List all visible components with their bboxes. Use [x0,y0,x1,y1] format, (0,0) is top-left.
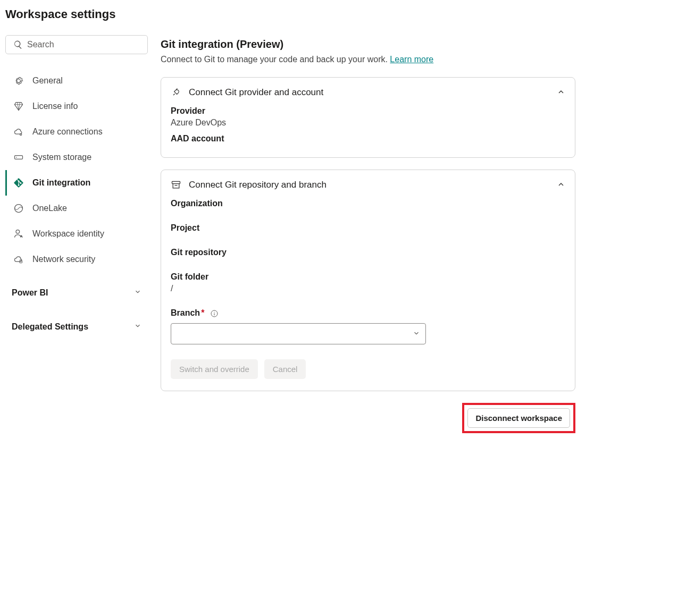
page-title: Workspace settings [5,7,681,21]
branch-label: Branch* [171,308,565,318]
folder-label: Git folder [171,272,565,282]
sidebar-item-identity[interactable]: Workspace identity [5,221,148,247]
disconnect-workspace-button[interactable]: Disconnect workspace [467,408,570,428]
cancel-button: Cancel [264,359,306,379]
account-label: AAD account [171,134,565,144]
sidebar-item-onelake[interactable]: OneLake [5,196,148,221]
main-title: Git integration (Preview) [161,38,575,50]
sidebar-item-label: Azure connections [32,127,103,137]
plug-icon [171,87,181,98]
svg-point-0 [20,133,22,135]
sidebar: General License info Azure connections S… [5,35,148,433]
sidebar-item-label: Git integration [32,178,90,188]
provider-value: Azure DevOps [171,118,565,128]
card-git-provider: Connect Git provider and account Provide… [161,77,575,158]
cloud-lock-icon [13,254,24,265]
chevron-down-icon [134,288,141,298]
chevron-up-icon [557,180,565,190]
repository-label: Git repository [171,248,565,257]
card-header[interactable]: Connect Git provider and account [171,87,565,98]
nav-list: General License info Azure connections S… [5,68,148,272]
sidebar-item-storage[interactable]: System storage [5,145,148,170]
card-git-repo: Connect Git repository and branch Organi… [161,170,575,391]
svg-point-2 [16,157,17,158]
svg-rect-7 [172,181,180,183]
organization-label: Organization [171,199,565,208]
cloud-link-icon [13,126,24,137]
svg-point-4 [16,230,20,234]
sidebar-item-network[interactable]: Network security [5,247,148,272]
main-content: Git integration (Preview) Connect to Git… [161,35,575,433]
sidebar-section-label: Power BI [12,288,48,298]
learn-more-link[interactable]: Learn more [390,55,433,64]
sidebar-item-label: General [32,76,63,86]
chevron-down-icon [413,330,420,339]
search-box[interactable] [5,35,148,54]
gear-icon [13,75,24,86]
sidebar-item-label: Workspace identity [32,229,104,239]
sidebar-item-license[interactable]: License info [5,94,148,119]
svg-point-9 [214,311,214,312]
sidebar-item-git[interactable]: Git integration [5,170,148,196]
info-icon [210,309,219,318]
sidebar-section-delegated[interactable]: Delegated Settings [5,314,148,340]
switch-override-button: Switch and override [171,359,258,379]
search-icon [13,40,23,49]
identity-icon [13,229,24,239]
card-title: Connect Git repository and branch [189,180,327,190]
sidebar-section-powerbi[interactable]: Power BI [5,280,148,306]
chevron-down-icon [134,322,141,332]
sidebar-item-azure[interactable]: Azure connections [5,119,148,145]
folder-value: / [171,284,565,293]
required-asterisk: * [201,308,204,317]
project-label: Project [171,223,565,233]
sidebar-item-label: Network security [32,255,95,264]
highlight-annotation: Disconnect workspace [462,403,575,433]
diamond-icon [13,101,24,112]
provider-label: Provider [171,106,565,116]
sidebar-item-label: System storage [32,153,91,162]
branch-dropdown[interactable] [171,323,426,344]
archive-icon [171,180,181,190]
storage-icon [13,152,24,163]
chevron-up-icon [557,88,565,98]
main-description: Connect to Git to manage your code and b… [161,55,575,64]
sidebar-item-label: OneLake [32,204,67,213]
svg-rect-1 [15,156,23,159]
card-title: Connect Git provider and account [189,87,323,98]
search-input[interactable] [27,40,140,49]
globe-icon [13,203,24,214]
sidebar-item-label: License info [32,102,78,111]
sidebar-section-label: Delegated Settings [12,322,88,332]
git-icon [13,178,24,188]
card-header[interactable]: Connect Git repository and branch [171,180,565,190]
sidebar-item-general[interactable]: General [5,68,148,94]
